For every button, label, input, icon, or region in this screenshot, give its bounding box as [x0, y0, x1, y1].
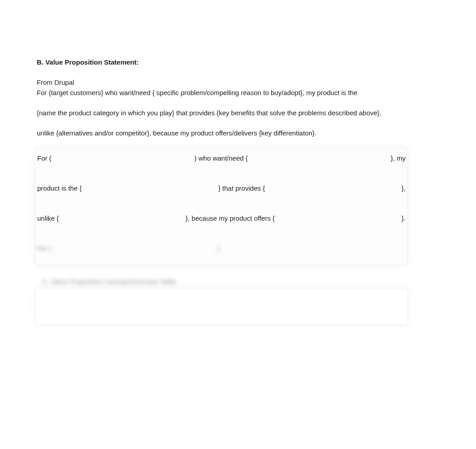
- fill-text: ) who want/need {: [195, 154, 248, 162]
- fill-text: unlike {: [37, 214, 59, 222]
- fill-line-1: For ( ) who want/need { }, my: [35, 154, 407, 162]
- source-label: From Drupal: [37, 78, 409, 86]
- document-content: B. Value Proposition Statement: From Dru…: [37, 58, 409, 325]
- fill-line-3: unlike { }, because my product offers { …: [35, 214, 407, 222]
- empty-content-box: [35, 288, 408, 325]
- fill-text: } that provides {: [218, 184, 265, 192]
- template-line-3: unlike {alternatives and/or competitor},…: [37, 128, 409, 138]
- fill-line-2: product is the { } that provides { },: [35, 184, 407, 192]
- fill-in-box: For ( ) who want/need { }, my product is…: [35, 148, 408, 265]
- fill-text: },: [402, 184, 406, 192]
- blur-text: For (: [37, 244, 52, 252]
- template-line-2: {name the product category in which you …: [37, 108, 409, 118]
- fill-text: }, my: [391, 154, 406, 162]
- blurred-preview-row: For ( }: [35, 244, 407, 252]
- next-section-label-blurred: C. Value Proposition Canvas/Summary Tabl…: [42, 278, 409, 285]
- section-heading: B. Value Proposition Statement:: [37, 58, 409, 66]
- fill-text: }, because my product offers {: [186, 214, 275, 222]
- fill-text: For (: [37, 154, 52, 162]
- fill-text: product is the {: [37, 184, 82, 192]
- template-line-1: For {target customers} who want/need { s…: [37, 88, 409, 97]
- blur-text: }: [217, 244, 220, 252]
- fill-text: }.: [402, 214, 406, 222]
